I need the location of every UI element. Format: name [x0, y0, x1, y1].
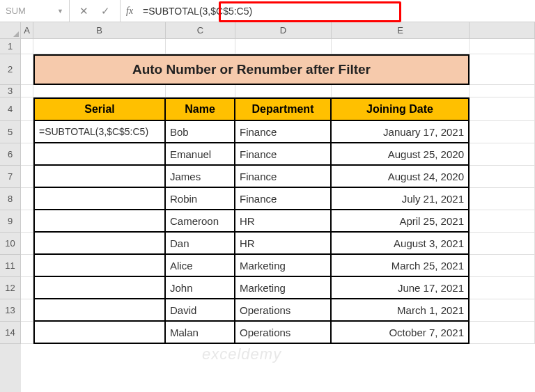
confirm-icon[interactable]: ✓ — [101, 5, 110, 17]
cell[interactable] — [166, 85, 235, 97]
header-department[interactable]: Department — [235, 97, 332, 121]
cell-date[interactable]: April 25, 2021 — [332, 210, 470, 233]
cell-date[interactable]: August 25, 2020 — [332, 143, 470, 166]
cell[interactable] — [470, 277, 535, 299]
cell[interactable] — [470, 255, 535, 277]
cell[interactable] — [21, 210, 33, 233]
cell-dept[interactable]: Marketing — [235, 255, 332, 277]
cell-serial[interactable] — [33, 255, 166, 277]
cell-serial[interactable] — [33, 322, 166, 344]
row-header-9[interactable]: 9 — [0, 210, 21, 233]
col-header-B[interactable]: B — [33, 22, 166, 39]
row-header-2[interactable]: 2 — [0, 54, 21, 85]
cell[interactable] — [470, 210, 535, 233]
cell[interactable] — [470, 97, 535, 121]
cell-date[interactable]: October 7, 2021 — [332, 322, 470, 344]
cell[interactable] — [470, 299, 535, 322]
cell-date[interactable]: July 21, 2021 — [332, 188, 470, 210]
row-header-3[interactable]: 3 — [0, 85, 21, 97]
cell[interactable] — [332, 39, 470, 54]
fx-icon[interactable]: fx — [121, 6, 139, 17]
cell[interactable] — [33, 39, 166, 54]
cell-dept[interactable]: Finance — [235, 166, 332, 188]
cell[interactable] — [21, 121, 33, 143]
cell[interactable] — [470, 54, 535, 85]
cell[interactable] — [470, 166, 535, 188]
cell[interactable] — [21, 166, 33, 188]
header-name[interactable]: Name — [166, 97, 235, 121]
cell-name[interactable]: Alice — [166, 255, 235, 277]
cell[interactable] — [21, 188, 33, 210]
row-header-11[interactable]: 11 — [0, 255, 21, 277]
cell-name[interactable]: James — [166, 166, 235, 188]
chevron-down-icon[interactable]: ▼ — [57, 8, 63, 15]
cell-dept[interactable]: Marketing — [235, 277, 332, 299]
cell[interactable] — [33, 85, 166, 97]
cell-name[interactable]: David — [166, 299, 235, 322]
cell-dept[interactable]: Operations — [235, 299, 332, 322]
cell-serial[interactable] — [33, 188, 166, 210]
cell-editing[interactable]: =SUBTOTAL(3,$C$5:C5) — [33, 121, 166, 143]
cell-name[interactable]: Cameroon — [166, 210, 235, 233]
cell-serial[interactable] — [33, 233, 166, 255]
cell-dept[interactable]: Operations — [235, 322, 332, 344]
cell[interactable] — [470, 143, 535, 166]
cell-serial[interactable] — [33, 166, 166, 188]
cell[interactable] — [21, 97, 33, 121]
cell-date[interactable]: March 1, 2021 — [332, 299, 470, 322]
row-header-8[interactable]: 8 — [0, 188, 21, 210]
cell-date[interactable]: August 24, 2020 — [332, 166, 470, 188]
col-header-A[interactable]: A — [21, 22, 33, 39]
cell[interactable] — [21, 322, 33, 344]
cell[interactable] — [470, 233, 535, 255]
cell-serial[interactable] — [33, 143, 166, 166]
cell-dept[interactable]: Finance — [235, 188, 332, 210]
cell-dept[interactable]: Finance — [235, 121, 332, 143]
cell[interactable] — [166, 39, 235, 54]
cell-name[interactable]: Emanuel — [166, 143, 235, 166]
cancel-icon[interactable]: ✕ — [79, 5, 88, 17]
row-header-4[interactable]: 4 — [0, 97, 21, 121]
cell[interactable] — [470, 322, 535, 344]
cell-date[interactable]: January 17, 2021 — [332, 121, 470, 143]
cell[interactable] — [470, 121, 535, 143]
cell-name[interactable]: Malan — [166, 322, 235, 344]
cell-name[interactable]: Bob — [166, 121, 235, 143]
cell[interactable] — [332, 85, 470, 97]
row-header-5[interactable]: 5 — [0, 121, 21, 143]
row-header-7[interactable]: 7 — [0, 166, 21, 188]
cell-serial[interactable] — [33, 299, 166, 322]
col-header-E[interactable]: E — [332, 22, 470, 39]
header-serial[interactable]: Serial — [33, 97, 166, 121]
cell[interactable] — [235, 39, 332, 54]
cell[interactable] — [21, 277, 33, 299]
cell-serial[interactable] — [33, 210, 166, 233]
cell[interactable] — [21, 143, 33, 166]
cell-date[interactable]: June 17, 2021 — [332, 277, 470, 299]
col-header-blank[interactable] — [470, 22, 535, 39]
cell[interactable] — [21, 39, 33, 54]
cell[interactable] — [21, 85, 33, 97]
cell-serial[interactable] — [33, 277, 166, 299]
formula-input[interactable]: =SUBTOTAL(3,$C$5:C5) — [139, 0, 535, 22]
cell-dept[interactable]: Finance — [235, 143, 332, 166]
cell[interactable] — [21, 299, 33, 322]
cell-dept[interactable]: HR — [235, 233, 332, 255]
row-header-14[interactable]: 14 — [0, 322, 21, 344]
cell[interactable] — [21, 255, 33, 277]
cell[interactable] — [21, 54, 33, 85]
cell-name[interactable]: John — [166, 277, 235, 299]
cell-name[interactable]: Dan — [166, 233, 235, 255]
row-header-10[interactable]: 10 — [0, 233, 21, 255]
row-header-12[interactable]: 12 — [0, 277, 21, 299]
cell-date[interactable]: March 25, 2021 — [332, 255, 470, 277]
cell-dept[interactable]: HR — [235, 210, 332, 233]
name-box[interactable]: SUM ▼ — [0, 0, 70, 22]
select-all-corner[interactable] — [0, 22, 21, 39]
row-header-1[interactable]: 1 — [0, 39, 21, 54]
cell-name[interactable]: Robin — [166, 188, 235, 210]
cell[interactable] — [470, 85, 535, 97]
cell[interactable] — [235, 85, 332, 97]
cell[interactable] — [21, 233, 33, 255]
row-header-13[interactable]: 13 — [0, 299, 21, 322]
